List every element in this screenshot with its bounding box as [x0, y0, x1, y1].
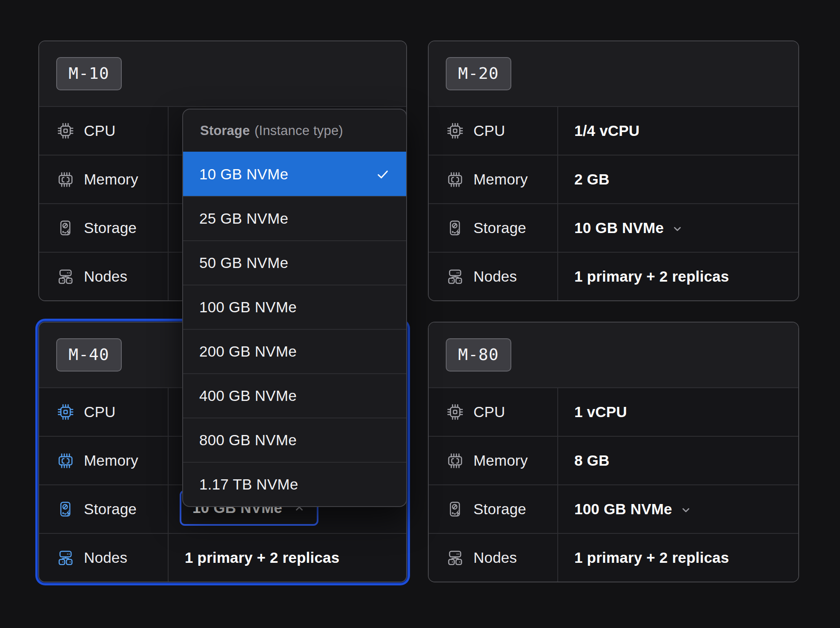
nodes-icon — [57, 549, 74, 566]
plan-card-header: M-20 — [429, 41, 798, 106]
spec-row-storage: Storage 100 GB NVMe — [429, 484, 798, 533]
spec-label: Nodes — [84, 268, 127, 285]
storage-option-400gb[interactable]: 400 GB NVMe — [183, 373, 406, 418]
spec-label: Memory — [473, 171, 528, 188]
nodes-value: 1 primary + 2 replicas — [558, 534, 798, 582]
storage-option-1-17tb[interactable]: 1.17 TB NVMe — [183, 462, 406, 506]
spec-label: Storage — [84, 219, 137, 236]
spec-label: Memory — [473, 452, 528, 469]
cpu-icon — [57, 403, 74, 421]
nodes-icon — [447, 268, 464, 285]
nodes-value: 1 primary + 2 replicas — [169, 534, 406, 582]
spec-label: Memory — [84, 171, 138, 188]
nodes-icon — [447, 549, 464, 566]
instance-plans-page: M-10 CPU Memory Storage Nodes M-20 CPU 1 — [0, 0, 840, 628]
check-icon — [376, 167, 390, 181]
spec-label: Nodes — [84, 549, 127, 566]
storage-icon — [447, 501, 464, 518]
spec-row-cpu: CPU 1/4 vCPU — [429, 106, 798, 155]
cpu-icon — [57, 122, 74, 139]
plan-badge: M-40 — [56, 338, 122, 372]
spec-label: CPU — [84, 122, 116, 139]
spec-label: Nodes — [473, 268, 517, 285]
storage-icon — [447, 219, 464, 236]
spec-label: CPU — [473, 122, 505, 139]
memory-value: 8 GB — [558, 437, 798, 484]
plan-card-header: M-80 — [429, 323, 798, 387]
cpu-icon — [447, 122, 464, 139]
chevron-down-icon — [671, 222, 684, 235]
chevron-down-icon — [679, 504, 692, 516]
storage-icon — [57, 501, 74, 518]
storage-select[interactable]: 10 GB NVMe — [558, 204, 798, 252]
storage-option-100gb[interactable]: 100 GB NVMe — [183, 285, 406, 329]
spec-label: Storage — [473, 501, 526, 518]
spec-label: CPU — [473, 403, 505, 421]
dropdown-header-qualifier: (Instance type) — [255, 123, 343, 138]
spec-label: CPU — [84, 403, 116, 421]
storage-option-50gb[interactable]: 50 GB NVMe — [183, 240, 406, 285]
plan-badge: M-80 — [446, 338, 511, 372]
storage-option-200gb[interactable]: 200 GB NVMe — [183, 329, 406, 373]
cpu-value: 1 vCPU — [558, 388, 798, 436]
spec-row-cpu: CPU 1 vCPU — [429, 387, 798, 436]
nodes-icon — [57, 268, 74, 285]
storage-option-10gb[interactable]: 10 GB NVMe — [183, 152, 406, 196]
spec-row-memory: Memory 8 GB — [429, 436, 798, 484]
memory-value: 2 GB — [558, 156, 798, 203]
plan-card-m20[interactable]: M-20 CPU 1/4 vCPU Memory 2 GB Storage 10… — [428, 40, 799, 301]
cpu-value: 1/4 vCPU — [558, 107, 798, 155]
memory-icon — [57, 171, 74, 188]
plan-card-header: M-10 — [39, 41, 406, 106]
nodes-value: 1 primary + 2 replicas — [558, 253, 798, 300]
plan-card-m80[interactable]: M-80 CPU 1 vCPU Memory 8 GB Storage 100 … — [428, 322, 799, 582]
plan-badge: M-20 — [446, 57, 511, 90]
memory-icon — [447, 452, 464, 469]
spec-label: Nodes — [473, 549, 517, 566]
spec-row-nodes: Nodes 1 primary + 2 replicas — [429, 252, 798, 300]
spec-row-storage: Storage 10 GB NVMe — [429, 203, 798, 252]
memory-icon — [57, 452, 74, 469]
memory-icon — [447, 171, 464, 188]
spec-label: Storage — [473, 219, 526, 236]
plan-badge: M-10 — [56, 57, 122, 90]
storage-option-800gb[interactable]: 800 GB NVMe — [183, 418, 406, 462]
spec-label: Memory — [84, 452, 138, 469]
storage-dropdown-header: Storage (Instance type) — [183, 109, 406, 152]
cpu-icon — [447, 403, 464, 421]
spec-row-memory: Memory 2 GB — [429, 155, 798, 203]
spec-label: Storage — [84, 501, 137, 518]
storage-option-25gb[interactable]: 25 GB NVMe — [183, 196, 406, 240]
spec-row-nodes: Nodes 1 primary + 2 replicas — [429, 533, 798, 582]
storage-dropdown-panel: Storage (Instance type) 10 GB NVMe 25 GB… — [182, 109, 407, 507]
dropdown-header-name: Storage — [200, 123, 250, 138]
spec-row-nodes: Nodes 1 primary + 2 replicas — [39, 533, 406, 582]
storage-select[interactable]: 100 GB NVMe — [558, 485, 798, 533]
storage-icon — [57, 219, 74, 236]
